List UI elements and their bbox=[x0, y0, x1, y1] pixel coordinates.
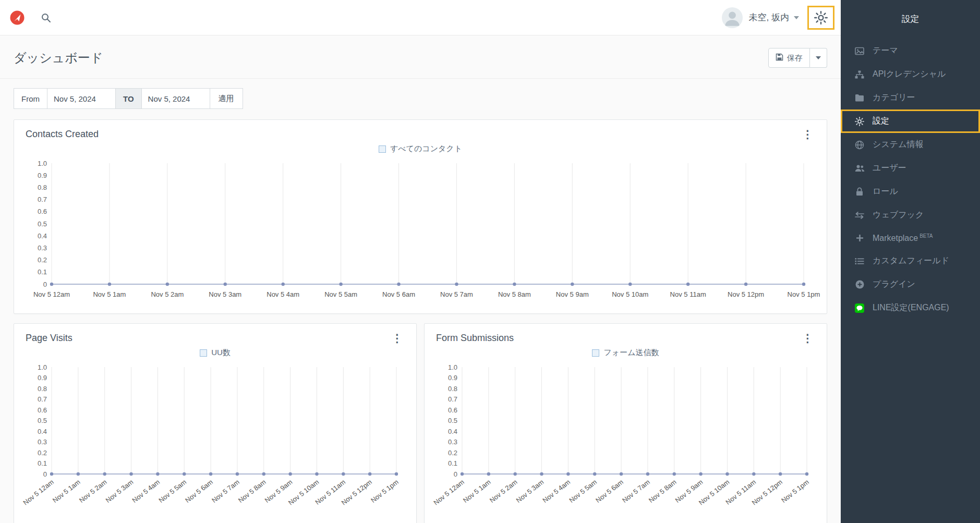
legend-checkbox[interactable] bbox=[592, 349, 599, 357]
svg-text:Nov 5 4am: Nov 5 4am bbox=[130, 478, 161, 505]
legend-form-submissions[interactable]: フォーム送信数 bbox=[436, 348, 815, 358]
image-icon bbox=[854, 47, 865, 55]
kebab-menu-icon[interactable]: ⋮ bbox=[800, 333, 815, 344]
folder-icon bbox=[854, 94, 865, 102]
svg-text:Nov 5 1am: Nov 5 1am bbox=[93, 290, 126, 298]
svg-text:0.5: 0.5 bbox=[448, 417, 457, 424]
search-icon[interactable] bbox=[41, 13, 51, 23]
sidebar-nav: テーマ APIクレデンシャル カテゴリー 設定 bbox=[841, 39, 980, 320]
svg-text:0.7: 0.7 bbox=[38, 395, 47, 403]
sidebar-item-label: カスタムフィールド bbox=[873, 256, 949, 266]
sidebar-item-roles[interactable]: ロール bbox=[841, 180, 980, 203]
sidebar-item-plugins[interactable]: プラグイン bbox=[841, 273, 980, 296]
chevron-down-icon bbox=[816, 56, 821, 59]
svg-text:0.1: 0.1 bbox=[448, 459, 457, 467]
plus-circle-icon bbox=[854, 280, 865, 289]
sidebar-item-webhooks[interactable]: ウェブフック bbox=[841, 203, 980, 227]
from-label: From bbox=[14, 88, 47, 109]
save-button-group: 保存 bbox=[768, 48, 827, 68]
svg-text:Nov 5 7am: Nov 5 7am bbox=[621, 478, 651, 505]
svg-text:Nov 5 9am: Nov 5 9am bbox=[556, 290, 589, 298]
sidebar-item-label: 設定 bbox=[873, 116, 889, 127]
beta-badge: BETA bbox=[919, 233, 933, 239]
sidebar-item-marketplace[interactable]: MarketplaceBETA bbox=[841, 227, 980, 249]
svg-text:Nov 5 3am: Nov 5 3am bbox=[515, 478, 546, 505]
svg-text:0.1: 0.1 bbox=[38, 268, 47, 276]
sidebar-item-line-settings[interactable]: LINE設定(ENGAGE) bbox=[841, 296, 980, 320]
save-button[interactable]: 保存 bbox=[768, 48, 810, 68]
users-icon bbox=[854, 164, 865, 172]
sidebar-item-users[interactable]: ユーザー bbox=[841, 156, 980, 180]
panel-title: Form Submissions bbox=[436, 333, 514, 344]
lock-icon bbox=[854, 187, 865, 196]
svg-text:Nov 5 7am: Nov 5 7am bbox=[440, 290, 473, 298]
panel-title: Page Visits bbox=[26, 333, 72, 344]
svg-text:0: 0 bbox=[43, 470, 47, 478]
apply-button[interactable]: 適用 bbox=[210, 88, 243, 109]
svg-text:0.3: 0.3 bbox=[38, 244, 47, 252]
svg-text:Nov 5 6am: Nov 5 6am bbox=[382, 290, 415, 298]
exchange-arrows-icon bbox=[854, 212, 865, 219]
sidebar-item-label: APIクレデンシャル bbox=[873, 69, 946, 80]
svg-text:Nov 5 2am: Nov 5 2am bbox=[151, 290, 184, 298]
kebab-menu-icon[interactable]: ⋮ bbox=[800, 129, 815, 140]
topbar: 未空, 坂内 bbox=[0, 0, 841, 35]
dashboard-panels: Contacts Created ⋮ すべてのコンタクト 1.00.90.80.… bbox=[0, 109, 841, 523]
svg-text:Nov 5 12pm: Nov 5 12pm bbox=[728, 290, 764, 298]
svg-text:Nov 5 5am: Nov 5 5am bbox=[157, 478, 188, 505]
legend-checkbox[interactable] bbox=[379, 145, 386, 153]
sidebar-item-label: プラグイン bbox=[873, 279, 915, 290]
svg-text:0.9: 0.9 bbox=[38, 172, 47, 179]
sidebar-item-system-info[interactable]: システム情報 bbox=[841, 133, 980, 156]
sidebar-item-label: MarketplaceBETA bbox=[873, 233, 933, 243]
svg-text:0: 0 bbox=[454, 470, 457, 478]
svg-text:Nov 5 4am: Nov 5 4am bbox=[267, 290, 299, 298]
svg-text:Nov 5 12am: Nov 5 12am bbox=[33, 290, 70, 298]
main-column: 未空, 坂内 ダッシュボード 保存 bbox=[0, 0, 841, 523]
user-avatar[interactable] bbox=[722, 7, 743, 28]
svg-text:Nov 5 6am: Nov 5 6am bbox=[594, 478, 625, 505]
chevron-down-icon[interactable] bbox=[794, 16, 799, 19]
svg-text:0: 0 bbox=[43, 281, 47, 288]
bottom-panel-row: Page Visits ⋮ UU数 1.00.90.80.70.60.50.40… bbox=[14, 323, 827, 523]
svg-text:Nov 5 2am: Nov 5 2am bbox=[78, 478, 108, 505]
legend-uu[interactable]: UU数 bbox=[26, 348, 405, 358]
svg-text:0.6: 0.6 bbox=[448, 406, 457, 414]
sidebar-item-label: システム情報 bbox=[873, 139, 924, 150]
svg-text:0.6: 0.6 bbox=[38, 406, 47, 414]
save-icon bbox=[776, 53, 783, 63]
list-icon bbox=[854, 258, 865, 265]
page-visits-chart: 1.00.90.80.70.60.50.40.30.20.10Nov 5 12a… bbox=[26, 361, 405, 517]
svg-text:0.5: 0.5 bbox=[38, 417, 47, 424]
svg-text:Nov 5 10am: Nov 5 10am bbox=[612, 290, 648, 298]
svg-text:0.4: 0.4 bbox=[38, 428, 47, 435]
sidebar-item-custom-fields[interactable]: カスタムフィールド bbox=[841, 249, 980, 273]
user-menu[interactable]: 未空, 坂内 bbox=[749, 11, 789, 23]
plus-icon bbox=[854, 234, 865, 242]
to-label: TO bbox=[115, 88, 142, 109]
sidebar-item-categories[interactable]: カテゴリー bbox=[841, 86, 980, 110]
save-dropdown-button[interactable] bbox=[810, 48, 827, 68]
svg-text:0.9: 0.9 bbox=[448, 374, 457, 382]
settings-gear-button[interactable] bbox=[807, 6, 834, 30]
svg-text:Nov 5 8am: Nov 5 8am bbox=[647, 478, 678, 505]
svg-text:0.9: 0.9 bbox=[38, 374, 47, 382]
sidebar-item-api-credentials[interactable]: APIクレデンシャル bbox=[841, 63, 980, 86]
globe-icon bbox=[854, 140, 865, 150]
date-to-input[interactable] bbox=[141, 88, 210, 109]
svg-text:Nov 5 3am: Nov 5 3am bbox=[209, 290, 241, 298]
svg-text:Nov 5 2am: Nov 5 2am bbox=[488, 478, 519, 505]
svg-text:1.0: 1.0 bbox=[448, 363, 457, 371]
legend-checkbox[interactable] bbox=[200, 349, 207, 357]
legend-all-contacts[interactable]: すべてのコンタクト bbox=[26, 144, 815, 154]
sidebar-item-themes[interactable]: テーマ bbox=[841, 39, 980, 63]
sitemap-icon bbox=[854, 70, 865, 79]
panel-title: Contacts Created bbox=[26, 129, 99, 140]
date-from-input[interactable] bbox=[47, 88, 116, 109]
kebab-menu-icon[interactable]: ⋮ bbox=[390, 333, 405, 344]
app-logo-icon[interactable] bbox=[9, 10, 25, 26]
svg-text:0.1: 0.1 bbox=[38, 459, 47, 467]
svg-text:0.4: 0.4 bbox=[38, 232, 47, 240]
sidebar-item-settings[interactable]: 設定 bbox=[841, 110, 980, 133]
page-visits-panel: Page Visits ⋮ UU数 1.00.90.80.70.60.50.40… bbox=[14, 323, 417, 523]
